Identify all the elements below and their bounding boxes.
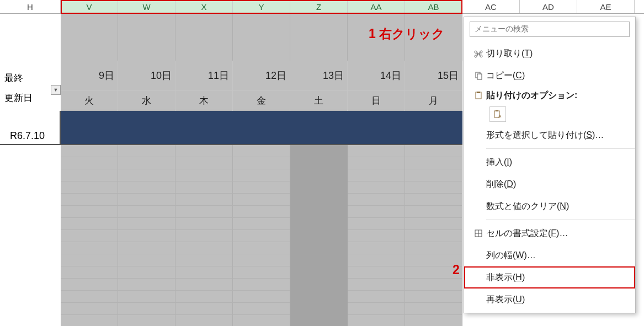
weekday-cell[interactable]: 日 <box>348 91 405 111</box>
col-header-AA[interactable]: AA <box>348 0 405 13</box>
svg-rect-5 <box>496 110 498 111</box>
ctx-item-label: コピー(C) <box>486 70 627 82</box>
svg-rect-3 <box>477 92 480 93</box>
filter-dropdown-icon[interactable]: ▼ <box>51 85 61 95</box>
column-header-row: H V W X Y Z AA AB AC AD AE <box>0 0 644 14</box>
context-menu-search[interactable]: メニューの検索 <box>470 22 630 37</box>
ctx-item-label: 列の幅(W)… <box>486 250 627 261</box>
col-header-W[interactable]: W <box>118 0 175 13</box>
ctx-separator <box>486 220 635 220</box>
weekday-row: 火 水 木 金 土 日 月 <box>61 91 462 111</box>
ctx-item-clear[interactable]: 数式と値のクリア(N) <box>464 195 635 217</box>
ctx-item-column-width[interactable]: 列の幅(W)… <box>464 244 635 266</box>
scissors-icon <box>471 49 486 58</box>
ctx-item-paste-special[interactable]: 形式を選択して貼り付け(S)… <box>464 124 635 146</box>
col-header-Y[interactable]: Y <box>233 0 290 13</box>
weekday-cell[interactable]: 金 <box>233 91 290 111</box>
date-cell[interactable]: 14日 <box>348 61 405 91</box>
col-header-Z[interactable]: Z <box>290 0 348 13</box>
ctx-item-label: 再表示(U) <box>486 294 627 306</box>
ctx-item-unhide[interactable]: 再表示(U) <box>464 288 635 311</box>
horizontal-gridlines <box>61 145 462 326</box>
ctx-separator <box>486 148 635 149</box>
ctx-item-label: 貼り付けのオプション: <box>486 90 627 101</box>
ctx-item-label: 切り取り(T) <box>486 48 627 60</box>
col-header-AE[interactable]: AE <box>577 0 635 13</box>
row-header-label: 最終 更新日 <box>4 68 56 108</box>
ctx-item-label: 非表示(H) <box>486 272 627 284</box>
date-row: 9日 10日 11日 12日 13日 14日 15日 <box>61 61 462 91</box>
ctx-item-label: 挿入(I) <box>486 157 627 168</box>
date-cell[interactable]: 15日 <box>405 61 462 91</box>
weekend-column-shade <box>290 145 348 326</box>
svg-rect-1 <box>477 74 482 79</box>
ctx-item-insert[interactable]: 挿入(I) <box>464 151 635 173</box>
weekday-cell[interactable]: 月 <box>405 91 462 111</box>
annotation-step1: 1 右クリック <box>369 25 445 42</box>
col-header-AD[interactable]: AD <box>520 0 577 13</box>
col-header-H[interactable]: H <box>0 0 61 13</box>
row-header-label-line2: 更新日 <box>4 88 56 108</box>
svg-text:A: A <box>498 114 502 119</box>
ctx-item-delete[interactable]: 削除(D) <box>464 173 635 195</box>
paste-option-buttons: A <box>464 104 635 124</box>
title-band[interactable] <box>61 111 462 145</box>
date-cell[interactable]: 9日 <box>61 61 118 91</box>
weekday-cell[interactable]: 火 <box>61 91 118 111</box>
col-header-X[interactable]: X <box>175 0 233 13</box>
ctx-item-copy[interactable]: コピー(C) <box>464 65 635 87</box>
col-header-AB[interactable]: AB <box>405 0 462 13</box>
ctx-item-format-cells[interactable]: セルの書式設定(F)… <box>464 222 635 244</box>
date-cell[interactable]: 10日 <box>118 61 175 91</box>
context-menu: メニューの検索 切り取り(T) コピー(C) 貼り付けのオプション: A 形式を… <box>464 17 636 313</box>
ctx-item-label: セルの書式設定(F)… <box>486 228 627 239</box>
weekday-cell[interactable]: 水 <box>118 91 175 111</box>
left-gap <box>0 111 61 145</box>
ctx-item-hide[interactable]: 非表示(H) <box>464 266 635 288</box>
paste-default-button[interactable]: A <box>489 106 506 122</box>
clipboard-icon <box>471 91 486 100</box>
ctx-item-cut[interactable]: 切り取り(T) <box>464 42 635 65</box>
copy-icon <box>471 71 486 80</box>
ctx-item-label: 削除(D) <box>486 179 627 190</box>
row-header-label-line1: 最終 <box>4 68 56 88</box>
annotation-step2: 2 <box>453 263 460 277</box>
ctx-item-label: 形式を選択して貼り付け(S)… <box>486 130 627 141</box>
weekday-cell[interactable]: 木 <box>175 91 233 111</box>
format-cells-icon <box>471 229 486 238</box>
ctx-item-label: 数式と値のクリア(N) <box>486 201 627 212</box>
col-header-V[interactable]: V <box>61 0 118 13</box>
ctx-item-paste-options: 貼り付けのオプション: <box>464 87 635 104</box>
date-cell[interactable]: 11日 <box>175 61 233 91</box>
weekday-cell[interactable]: 土 <box>290 91 348 111</box>
date-cell[interactable]: 12日 <box>233 61 290 91</box>
col-header-AC[interactable]: AC <box>462 0 520 13</box>
date-cell[interactable]: 13日 <box>290 61 348 91</box>
